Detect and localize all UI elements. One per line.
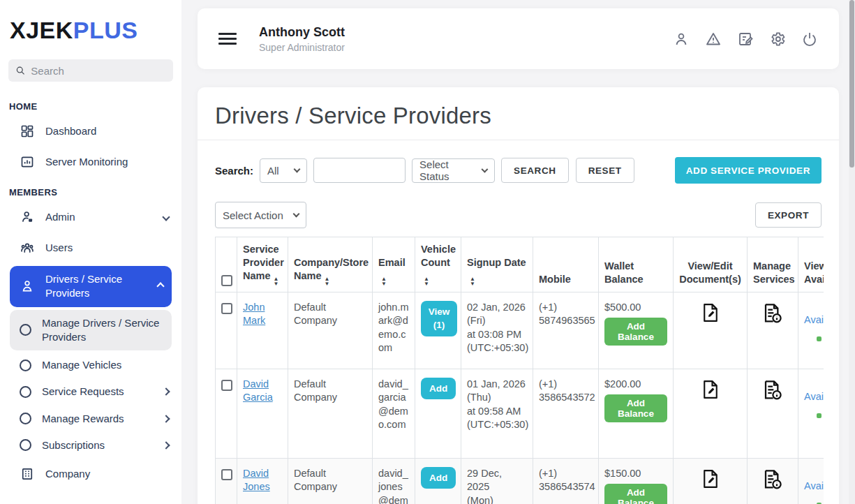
availability-link[interactable]: Available xyxy=(804,390,824,404)
radio-circle-icon xyxy=(20,360,31,371)
col-vehicle-count[interactable]: Vehicle Count▲▼ xyxy=(415,237,461,292)
add-service-provider-button[interactable]: ADD SERVICE PROVIDER xyxy=(675,157,821,184)
page-scrollbar[interactable] xyxy=(849,0,855,504)
chevron-down-icon xyxy=(482,166,489,173)
sort-icon: ▲▼ xyxy=(274,276,279,286)
admin-user-lock-icon xyxy=(20,209,35,225)
document-edit-icon[interactable] xyxy=(700,468,721,494)
sidebar-item-dashboard[interactable]: Dashboard xyxy=(0,116,181,147)
availability-link[interactable]: Available xyxy=(804,313,824,327)
sidebar-item-server-monitoring[interactable]: Server Monitoring xyxy=(0,147,181,177)
sidebar-item-label: Company xyxy=(45,467,90,481)
col-provider-name[interactable]: Service Provider Name▲▼ xyxy=(237,237,288,292)
document-edit-icon[interactable] xyxy=(700,379,721,404)
mobile-cell: (+1) 5874963565 xyxy=(533,292,599,369)
add-vehicle-button[interactable]: Add xyxy=(421,467,456,489)
add-balance-button[interactable]: Add Balance xyxy=(604,394,667,422)
wallet-balance-value: $500.00 xyxy=(604,301,667,315)
select-all-checkbox[interactable] xyxy=(221,275,232,286)
view-vehicles-button[interactable]: View (1) xyxy=(421,301,457,337)
search-field-select[interactable]: All xyxy=(260,158,307,183)
bulk-action-select[interactable]: Select Action xyxy=(215,202,306,228)
col-wallet-balance: Wallet Balance xyxy=(599,237,674,292)
manage-services-icon[interactable] xyxy=(761,302,784,329)
sort-icon: ▲▼ xyxy=(470,276,475,286)
radio-circle-icon xyxy=(20,413,31,424)
mobile-cell: (+1) 3586543574 xyxy=(533,458,599,504)
search-field-selected-value: All xyxy=(267,165,279,177)
users-group-icon xyxy=(20,240,35,255)
add-vehicle-button[interactable]: Add xyxy=(421,378,456,399)
alert-triangle-icon[interactable] xyxy=(705,31,722,47)
sidebar-item-label: Service Requests xyxy=(42,385,124,399)
provider-name-link[interactable]: David Jones xyxy=(243,468,270,493)
sidebar-item-label: Manage Vehicles xyxy=(42,358,121,372)
col-signup-date[interactable]: Signup Date▲▼ xyxy=(461,237,533,292)
company-cell: Default Company xyxy=(288,292,373,369)
col-mobile: Mobile xyxy=(533,237,599,292)
col-email[interactable]: Email▲▼ xyxy=(373,237,415,292)
availability-link[interactable]: Available xyxy=(804,480,824,494)
search-label: Search: xyxy=(215,165,253,177)
row-checkbox[interactable] xyxy=(221,380,232,391)
sidebar-search[interactable] xyxy=(8,59,173,82)
search-icon xyxy=(15,65,25,76)
power-logout-icon[interactable] xyxy=(801,31,818,47)
user-name: Anthony Scott xyxy=(259,25,345,40)
sidebar-item-manage-drivers[interactable]: Manage Drivers / Service Providers xyxy=(10,310,172,351)
col-company-name[interactable]: Company/Store Name▲▼ xyxy=(288,237,373,292)
sidebar-item-label: Admin xyxy=(45,210,75,224)
sidebar-item-manage-rewards[interactable]: Manage Rewards xyxy=(0,406,181,432)
manage-services-icon[interactable] xyxy=(761,379,784,406)
radio-circle-icon xyxy=(20,439,31,451)
chevron-right-icon xyxy=(162,415,170,422)
chevron-down-icon xyxy=(294,166,301,173)
add-balance-button[interactable]: Add Balance xyxy=(604,318,667,346)
company-cell: Default Company xyxy=(288,458,373,504)
wallet-balance-value: $150.00 xyxy=(604,467,667,481)
sidebar-search-input[interactable] xyxy=(31,65,166,77)
section-label-home: HOME xyxy=(0,91,181,116)
dashboard-grid-icon xyxy=(20,124,35,139)
search-text-input[interactable] xyxy=(313,158,406,183)
radio-circle-icon xyxy=(20,386,31,398)
chevron-right-icon xyxy=(162,441,170,449)
form-edit-icon[interactable] xyxy=(737,31,754,47)
table-row: David Jones Default Company david_jones@… xyxy=(216,458,824,504)
provider-name-link[interactable]: John Mark xyxy=(243,302,265,327)
sidebar-item-label: Subscriptions xyxy=(42,438,105,452)
sidebar-item-manage-vehicles[interactable]: Manage Vehicles xyxy=(0,352,181,378)
row-checkbox[interactable] xyxy=(221,303,232,314)
profile-icon[interactable] xyxy=(673,31,690,47)
status-select[interactable]: Select Status xyxy=(412,158,495,183)
user-role: Super Administrator xyxy=(259,42,345,53)
export-button[interactable]: EXPORT xyxy=(755,202,821,228)
settings-gear-icon[interactable] xyxy=(769,31,786,47)
manage-services-icon[interactable] xyxy=(761,468,784,495)
search-button[interactable]: SEARCH xyxy=(501,158,569,183)
sidebar-item-service-requests[interactable]: Service Requests xyxy=(0,378,181,405)
sidebar-item-drivers-service-providers[interactable]: Drivers / Service Providers xyxy=(10,266,172,307)
col-view-availability: View Availability xyxy=(798,237,824,292)
app-logo[interactable]: XJEKPLUS xyxy=(0,0,181,51)
provider-name-link[interactable]: David Garcia xyxy=(243,378,273,403)
chevron-down-icon xyxy=(162,213,170,221)
hamburger-menu-icon[interactable] xyxy=(218,33,237,45)
reset-button[interactable]: RESET xyxy=(576,158,634,183)
sidebar-item-label: Users xyxy=(45,241,73,255)
sidebar-item-admin[interactable]: Admin xyxy=(0,202,181,232)
sidebar-item-users[interactable]: Users xyxy=(0,232,181,263)
page-title: Drivers / Service Providers xyxy=(215,103,821,129)
sidebar: XJEKPLUS HOME Dashboard Server Monitorin… xyxy=(0,0,181,504)
sidebar-item-label: Drivers / Service Providers xyxy=(45,272,147,301)
row-checkbox[interactable] xyxy=(221,469,232,480)
col-manage-services: Manage Services xyxy=(748,237,798,292)
sidebar-item-company[interactable]: Company xyxy=(0,459,181,489)
monitor-chart-icon xyxy=(20,154,35,170)
add-balance-button[interactable]: Add Balance xyxy=(604,484,667,504)
scrollbar-thumb[interactable] xyxy=(849,0,854,168)
table-row: David Garcia Default Company david_garci… xyxy=(216,369,824,458)
sidebar-item-subscriptions[interactable]: Subscriptions xyxy=(0,432,181,459)
document-edit-icon[interactable] xyxy=(700,302,721,327)
email-cell: john.mark@demo.com xyxy=(373,292,415,369)
